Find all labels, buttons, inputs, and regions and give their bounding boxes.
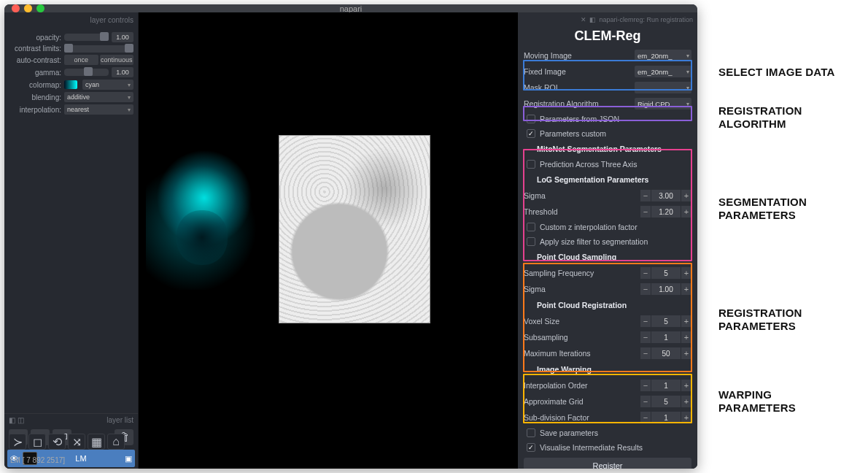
titlebar: napari <box>4 4 697 12</box>
napari-window: napari layer controls opacity: 1.00 cont… <box>4 4 697 469</box>
interpolation-dropdown[interactable]: nearest <box>64 104 133 115</box>
sigma2-value[interactable]: 1.00 <box>651 283 681 295</box>
float-panel-icon[interactable]: ◧ <box>589 16 596 23</box>
custom-z-checkbox[interactable] <box>527 223 535 231</box>
threshold-minus-button[interactable]: − <box>640 206 651 218</box>
interp-plus-button[interactable]: + <box>681 380 691 391</box>
subdiv-value[interactable]: 1 <box>651 412 681 423</box>
blending-label: blending: <box>9 93 61 101</box>
registration-algorithm-label: Registration Algorithm <box>524 99 632 108</box>
lm-image <box>146 136 263 290</box>
predict-3axis-label: Prediction Across Three Axis <box>540 160 637 169</box>
sampfreq-value[interactable]: 5 <box>651 267 681 279</box>
save-params-label: Save parameters <box>540 428 598 437</box>
roll-button[interactable]: ⟲ <box>48 434 66 450</box>
voxel-value[interactable]: 5 <box>651 315 681 327</box>
subsamp-minus-button[interactable]: − <box>640 331 651 343</box>
maxit-label: Maximum Iterations <box>524 349 638 358</box>
interp-value[interactable]: 1 <box>651 380 681 391</box>
moving-image-dropdown[interactable]: em_20nm_ <box>635 50 691 61</box>
layer-list-title: layer list <box>106 416 133 424</box>
annotation-seg-params: SEGMENTATION PARAMETERS <box>718 196 807 223</box>
popout-icon[interactable]: ◧ <box>9 416 15 424</box>
autocontrast-label: auto-contrast: <box>9 56 61 64</box>
autocontrast-once-button[interactable]: once <box>64 55 98 65</box>
mask-roi-label: Mask ROI <box>524 83 632 92</box>
params-custom-label: Parameters custom <box>540 129 606 138</box>
subsampling-label: Subsampling <box>524 333 638 342</box>
sigma2-label: Sigma <box>524 285 638 293</box>
opacity-value: 1.00 <box>112 32 133 42</box>
sampfreq-plus-button[interactable]: + <box>681 267 691 279</box>
ndisplay-button[interactable]: ◻ <box>28 434 46 450</box>
left-panel: layer controls opacity: 1.00 contrast li… <box>4 12 139 469</box>
fixed-image-label: Fixed Image <box>524 67 632 76</box>
grid-value[interactable]: 5 <box>651 396 681 407</box>
warp-header: Image Warping <box>524 365 691 374</box>
vis-intermediate-label: Visualise Intermediate Results <box>540 443 643 452</box>
canvas[interactable] <box>139 12 518 469</box>
params-json-label: Parameters from JSON <box>540 115 619 123</box>
predict-3axis-checkbox[interactable] <box>527 160 535 169</box>
maxit-value[interactable]: 50 <box>651 347 681 359</box>
pc-sampling-header: Point Cloud Sampling <box>524 253 691 261</box>
grid-minus-button[interactable]: − <box>640 396 651 407</box>
interp-order-label: Interpolation Order <box>524 381 638 390</box>
subsamp-value[interactable]: 1 <box>651 331 681 343</box>
gamma-slider[interactable] <box>64 69 109 76</box>
annotation-reg-algo: REGISTRATION ALGORITHM <box>718 104 802 131</box>
colormap-swatch-icon <box>64 80 77 89</box>
layer-controls-header: layer controls <box>4 12 138 27</box>
sampfreq-minus-button[interactable]: − <box>640 267 651 279</box>
sizefilter-label: Apply size filter to segmentation <box>540 237 648 246</box>
transpose-button[interactable]: ⤨ <box>68 434 85 450</box>
home-button[interactable]: ⌂ <box>107 434 125 450</box>
voxel-minus-button[interactable]: − <box>640 315 651 327</box>
subdiv-plus-button[interactable]: + <box>681 412 691 423</box>
colormap-dropdown[interactable]: cyan <box>82 80 133 90</box>
threshold-value[interactable]: 1.20 <box>651 206 681 218</box>
contrast-slider[interactable] <box>64 45 133 53</box>
close-panel-icon[interactable]: ✕ <box>581 16 586 23</box>
params-json-checkbox[interactable] <box>527 115 535 123</box>
params-custom-checkbox[interactable] <box>527 129 535 138</box>
autocontrast-continuous-button[interactable]: continuous <box>100 55 134 65</box>
fixed-image-dropdown[interactable]: em_20nm_ <box>635 66 691 77</box>
float-icon[interactable]: ◫ <box>18 416 24 424</box>
opacity-slider[interactable] <box>64 34 109 41</box>
annotation-reg-params: REGISTRATION PARAMETERS <box>718 307 802 334</box>
blending-dropdown[interactable]: additive <box>64 92 133 102</box>
sizefilter-checkbox[interactable] <box>527 237 535 246</box>
sigma2-minus-button[interactable]: − <box>640 283 651 295</box>
vis-intermediate-checkbox[interactable] <box>527 443 535 452</box>
subdiv-label: Sub-division Factor <box>524 413 638 422</box>
sigma-plus-button[interactable]: + <box>681 190 691 201</box>
interp-minus-button[interactable]: − <box>640 380 651 391</box>
colormap-label: colormap: <box>9 81 61 89</box>
save-params-checkbox[interactable] <box>527 428 535 437</box>
custom-z-label: Custom z interpolation factor <box>540 223 638 231</box>
plugin-panel: ✕ ◧ napari-clemreg: Run registration CLE… <box>518 12 697 469</box>
mask-roi-dropdown[interactable] <box>635 82 691 93</box>
status-text: LM [ 7 892 2517] <box>10 456 65 464</box>
sigma-value[interactable]: 3.00 <box>651 190 681 201</box>
grid-plus-button[interactable]: + <box>681 396 691 407</box>
register-button[interactable]: Register <box>524 458 691 469</box>
maxit-plus-button[interactable]: + <box>681 347 691 359</box>
gamma-label: gamma: <box>9 69 61 77</box>
log-header: LoG Segmentation Parameters <box>524 175 691 184</box>
opacity-label: opacity: <box>9 34 61 42</box>
console-button[interactable]: ≻ <box>9 434 26 450</box>
sigma2-plus-button[interactable]: + <box>681 283 691 295</box>
registration-algorithm-dropdown[interactable]: Rigid CPD <box>635 98 691 109</box>
grid-button[interactable]: ▦ <box>88 434 105 450</box>
maxit-minus-button[interactable]: − <box>640 347 651 359</box>
voxel-plus-button[interactable]: + <box>681 315 691 327</box>
layer-list-header: ◧ ◫ layer list <box>4 413 138 426</box>
sampling-freq-label: Sampling Frequency <box>524 269 638 277</box>
subdiv-minus-button[interactable]: − <box>640 412 651 423</box>
moving-image-label: Moving Image <box>524 51 632 60</box>
subsamp-plus-button[interactable]: + <box>681 331 691 343</box>
threshold-plus-button[interactable]: + <box>681 206 691 218</box>
sigma-minus-button[interactable]: − <box>640 190 651 201</box>
